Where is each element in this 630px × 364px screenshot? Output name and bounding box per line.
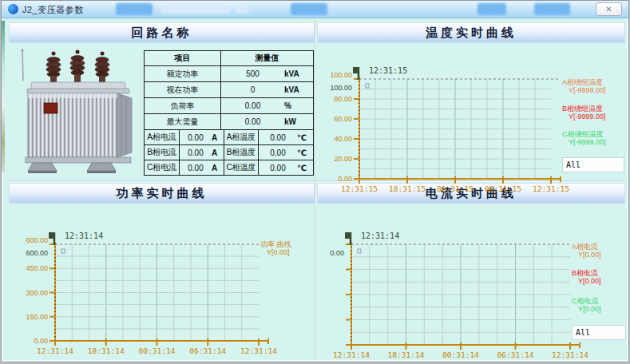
phase-value: 0.00 xyxy=(180,148,212,157)
table-header-row: 项目 测量值 xyxy=(145,51,314,66)
legend-all-button[interactable]: All xyxy=(572,325,626,340)
legend-series-name: 功率 曲线 xyxy=(260,240,291,248)
titlebar-button-blurred[interactable] xyxy=(291,3,327,15)
svg-text:18:31:14: 18:31:14 xyxy=(388,350,425,359)
titlebar-text-blurred xyxy=(160,5,231,14)
phase-value: 0.00 xyxy=(180,133,212,142)
current-chart[interactable]: 0.0012:31:1418:31:1400:31:1406:31:1412:3… xyxy=(317,204,628,342)
svg-text:600.00: 600.00 xyxy=(26,249,48,257)
svg-text:600.00: 600.00 xyxy=(26,236,48,244)
svg-text:40.00: 40.00 xyxy=(334,135,352,143)
chart-plot-area: 600.00450.00300.00150.000.00600.0012:31:… xyxy=(8,204,260,342)
legend-series-name: B相电流 xyxy=(572,269,601,277)
svg-text:0.00: 0.00 xyxy=(338,175,352,183)
main-content: 回路名称 温度实时曲线 功率实时曲线 电流实时曲线 xyxy=(2,18,628,362)
app-window: J2_变压器参数 ✕ 回路名称 温度实时曲线 功率实时曲线 电流实时曲线 xyxy=(1,0,629,362)
chart-plot-area: 100.0080.0060.0040.0020.000.00100.0012:3… xyxy=(317,45,562,182)
chart-legend: A相电流Y[0.00]B相电流Y[0.00]C相电流Y[0.00]All xyxy=(572,204,626,342)
row-unit: kW xyxy=(284,117,313,126)
row-label: 最大需量 xyxy=(145,114,221,130)
row-unit: kVA xyxy=(284,85,313,94)
svg-text:12:31:15: 12:31:15 xyxy=(341,184,378,193)
legend-item-0[interactable]: A相绕组温度Y[-9999.00] xyxy=(562,78,606,94)
svg-text:18:31:14: 18:31:14 xyxy=(88,346,125,355)
legend-series-value: Y[-9999.00] xyxy=(562,86,606,94)
phase-value: 0.00 xyxy=(180,164,212,172)
legend-series-name: A相电流 xyxy=(572,243,601,251)
titlebar-text-blurred xyxy=(236,5,248,14)
titlebar-button-blurred[interactable] xyxy=(534,3,570,15)
phase-value: 0.00 xyxy=(259,148,297,157)
table-phase-row: A相电流 0.00A A相温度 0.00℃ xyxy=(145,130,314,145)
legend-item-0[interactable]: 功率 曲线Y[0.00] xyxy=(260,240,291,256)
svg-text:100.00: 100.00 xyxy=(330,84,352,92)
transformer-nameplate xyxy=(44,103,57,113)
row-value: 500 xyxy=(221,69,284,78)
titlebar-button-blurred[interactable] xyxy=(116,3,153,15)
row-label: 视在功率 xyxy=(145,82,221,98)
svg-text:100.00: 100.00 xyxy=(330,71,352,79)
panel-header-temperature: 温度实时曲线 xyxy=(317,22,625,43)
svg-text:00:31:14: 00:31:14 xyxy=(442,350,479,359)
row-label: 负荷率 xyxy=(145,98,221,114)
svg-text:06:31:15: 06:31:15 xyxy=(485,184,521,193)
chart-legend: 功率 曲线Y[0.00] xyxy=(260,204,315,342)
row-value: 0.00 xyxy=(221,101,284,110)
transformer-image xyxy=(12,47,141,175)
legend-series-value: Y[0.00] xyxy=(572,277,601,285)
svg-text:12:31:14: 12:31:14 xyxy=(240,346,277,355)
measurement-table: 项目 测量值 额定功率 500kVA 视在功率 0kVA 负荷率 0.00% 最… xyxy=(144,50,314,176)
power-chart[interactable]: 600.00450.00300.00150.000.00600.0012:31:… xyxy=(8,204,315,342)
svg-text:12:31:15: 12:31:15 xyxy=(369,66,407,75)
svg-text:12:31:14: 12:31:14 xyxy=(361,231,399,240)
row-label: 额定功率 xyxy=(145,66,221,82)
close-icon: ✕ xyxy=(605,5,612,14)
window-title: J2_变压器参数 xyxy=(22,4,84,16)
svg-text:12:31:15: 12:31:15 xyxy=(533,184,569,193)
svg-text:12:31:14: 12:31:14 xyxy=(552,350,588,359)
titlebar[interactable]: J2_变压器参数 ✕ xyxy=(2,1,628,18)
phase-label: B相电流 xyxy=(145,145,180,160)
col-header-item: 项目 xyxy=(145,51,221,66)
legend-item-1[interactable]: B相绕组温度Y[-9999.00] xyxy=(562,105,606,121)
phase-unit: A xyxy=(212,164,224,172)
left-edge-decoration xyxy=(2,21,5,172)
legend-item-0[interactable]: A相电流Y[0.00] xyxy=(572,243,601,259)
svg-text:06:31:14: 06:31:14 xyxy=(497,350,534,359)
close-button[interactable]: ✕ xyxy=(596,2,622,16)
row-unit: kVA xyxy=(284,69,313,78)
phase-label: B相温度 xyxy=(224,145,259,160)
table-phase-row: C相电流 0.00A C相温度 0.00℃ xyxy=(145,160,314,176)
legend-item-2[interactable]: C相绕组温度Y[-9999.00] xyxy=(562,130,606,146)
phase-value: 0.00 xyxy=(259,164,297,172)
phase-unit: ℃ xyxy=(297,164,313,172)
svg-text:06:31:14: 06:31:14 xyxy=(189,346,226,355)
temperature-chart[interactable]: 100.0080.0060.0040.0020.000.00100.0012:3… xyxy=(317,45,628,182)
panel-header-power: 功率实时曲线 xyxy=(9,183,315,204)
phase-label: C相电流 xyxy=(145,160,180,176)
svg-text:450.00: 450.00 xyxy=(26,264,48,272)
phase-unit: ℃ xyxy=(297,148,313,157)
app-icon xyxy=(8,4,18,14)
table-row: 负荷率 0.00% xyxy=(145,98,314,114)
legend-all-button[interactable]: All xyxy=(562,157,624,172)
chart-legend: A相绕组温度Y[-9999.00]B相绕组温度Y[-9999.00]C相绕组温度… xyxy=(562,45,624,182)
legend-item-2[interactable]: C相电流Y[0.00] xyxy=(572,297,601,313)
phase-unit: A xyxy=(212,148,224,157)
panel-header-circuit: 回路名称 xyxy=(9,22,315,43)
svg-text:12:31:14: 12:31:14 xyxy=(37,346,73,355)
chart-plot-area: 0.0012:31:1418:31:1400:31:1406:31:1412:3… xyxy=(317,204,572,342)
svg-text:60.00: 60.00 xyxy=(334,115,352,123)
svg-text:20.00: 20.00 xyxy=(334,155,352,163)
row-unit: % xyxy=(284,101,313,110)
phase-label: A相温度 xyxy=(224,130,259,145)
transformer-antenna xyxy=(22,50,23,81)
legend-series-value: Y[0.00] xyxy=(572,305,601,313)
svg-text:12:31:14: 12:31:14 xyxy=(333,350,370,359)
legend-series-value: Y[0.00] xyxy=(260,248,291,256)
titlebar-button-blurred[interactable] xyxy=(477,3,506,15)
legend-series-name: A相绕组温度 xyxy=(562,78,606,86)
table-row: 额定功率 500kVA xyxy=(145,66,314,82)
legend-item-1[interactable]: B相电流Y[0.00] xyxy=(572,269,601,285)
row-value: 0.00 xyxy=(221,117,284,126)
